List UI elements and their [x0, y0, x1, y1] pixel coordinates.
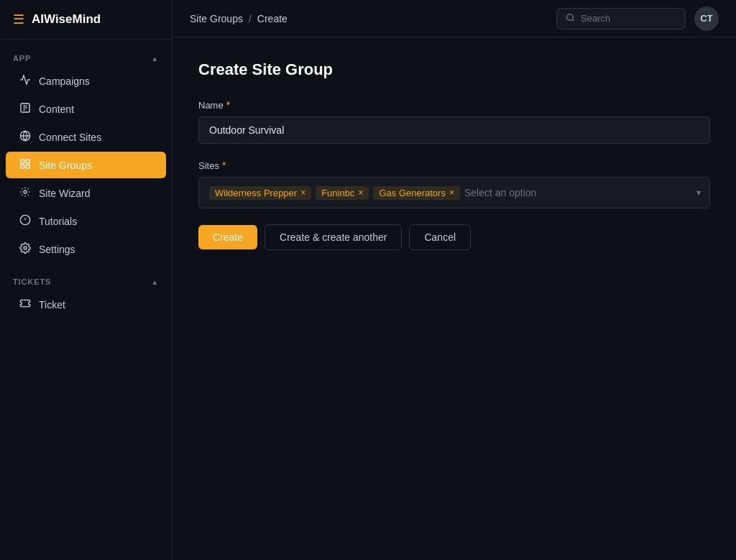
hamburger-icon[interactable]: ☰ — [13, 12, 24, 27]
tag-funinbc: Funinbc × — [316, 186, 369, 200]
sidebar-item-connect-sites[interactable]: Connect Sites — [6, 124, 166, 150]
site-wizard-icon — [19, 186, 32, 200]
tickets-section-chevron[interactable]: ▲ — [151, 278, 159, 286]
sidebar-item-settings[interactable]: Settings — [6, 236, 166, 262]
tutorials-icon — [19, 214, 32, 228]
sidebar-item-site-groups[interactable]: Site Groups — [6, 152, 166, 178]
sidebar-item-tutorials[interactable]: Tutorials — [6, 208, 166, 234]
sidebar-item-connect-sites-label: Connect Sites — [39, 132, 101, 143]
tag-wilderness-prepper-close[interactable]: × — [300, 188, 305, 197]
sidebar-header: ☰ AIWiseMind — [0, 0, 172, 40]
main-content: Site Groups / Create CT Create Site Grou… — [172, 0, 736, 560]
tag-funinbc-close[interactable]: × — [358, 188, 363, 197]
ticket-icon — [19, 298, 32, 311]
search-input[interactable] — [581, 13, 676, 24]
sidebar-item-campaigns[interactable]: Campaigns — [6, 68, 166, 94]
breadcrumb-parent[interactable]: Site Groups — [190, 13, 243, 24]
site-groups-icon — [19, 158, 32, 172]
page-title: Create Site Group — [198, 60, 710, 79]
tag-wilderness-prepper: Wilderness Prepper × — [209, 186, 311, 200]
form-actions: Create Create & create another Cancel — [198, 224, 710, 250]
svg-point-15 — [567, 14, 574, 20]
sidebar-item-site-groups-label: Site Groups — [39, 160, 92, 171]
tickets-section-label: TICKETS ▲ — [0, 263, 172, 290]
sites-multi-select[interactable]: Wilderness Prepper × Funinbc × Gas Gener… — [198, 177, 710, 208]
search-icon — [566, 13, 575, 24]
sites-label: Sites * — [198, 160, 710, 171]
search-box[interactable] — [556, 8, 686, 29]
svg-line-16 — [572, 19, 574, 21]
connect-sites-icon — [19, 130, 32, 144]
name-label: Name * — [198, 99, 710, 111]
sites-placeholder: Select an option — [464, 187, 536, 198]
app-logo: AIWiseMind — [32, 12, 101, 27]
tag-gas-generators: Gas Generators × — [373, 186, 460, 200]
sidebar: ☰ AIWiseMind APP ▲ Campaigns Content Con… — [0, 0, 172, 560]
name-form-group: Name * — [198, 99, 710, 144]
svg-rect-8 — [21, 165, 24, 168]
app-section-chevron[interactable]: ▲ — [151, 55, 159, 63]
sidebar-item-content[interactable]: Content — [6, 96, 166, 122]
app-section-label: APP ▲ — [0, 40, 172, 67]
topbar-right: CT — [556, 6, 719, 31]
cancel-button[interactable]: Cancel — [409, 224, 471, 250]
sidebar-item-settings-label: Settings — [39, 244, 75, 255]
content-icon — [19, 102, 32, 116]
sidebar-item-content-label: Content — [39, 104, 74, 115]
name-input[interactable] — [198, 116, 710, 144]
sidebar-item-site-wizard[interactable]: Site Wizard — [6, 180, 166, 206]
svg-rect-9 — [26, 165, 29, 168]
topbar: Site Groups / Create CT — [172, 0, 736, 37]
svg-point-10 — [24, 191, 27, 193]
sidebar-item-tutorials-label: Tutorials — [39, 216, 77, 227]
campaigns-icon — [19, 74, 32, 88]
avatar[interactable]: CT — [694, 6, 719, 31]
sites-chevron-icon: ▾ — [696, 188, 701, 198]
create-button[interactable]: Create — [198, 225, 257, 249]
name-required: * — [226, 99, 230, 111]
sidebar-item-ticket[interactable]: Ticket — [6, 291, 166, 318]
sites-form-group: Sites * Wilderness Prepper × Funinbc × G… — [198, 160, 710, 208]
breadcrumb: Site Groups / Create — [190, 13, 288, 24]
sidebar-item-ticket-label: Ticket — [39, 299, 65, 311]
page-content: Create Site Group Name * Sites * Wildern… — [172, 37, 736, 560]
svg-rect-6 — [21, 160, 24, 163]
tag-gas-generators-close[interactable]: × — [449, 188, 454, 197]
sites-required: * — [222, 160, 226, 171]
create-another-button[interactable]: Create & create another — [264, 224, 402, 250]
sidebar-item-campaigns-label: Campaigns — [39, 75, 90, 87]
settings-icon — [19, 242, 32, 256]
breadcrumb-separator: / — [249, 13, 252, 24]
breadcrumb-current: Create — [257, 13, 288, 24]
svg-point-14 — [24, 247, 27, 249]
svg-rect-7 — [26, 160, 29, 163]
sidebar-item-site-wizard-label: Site Wizard — [39, 188, 91, 199]
